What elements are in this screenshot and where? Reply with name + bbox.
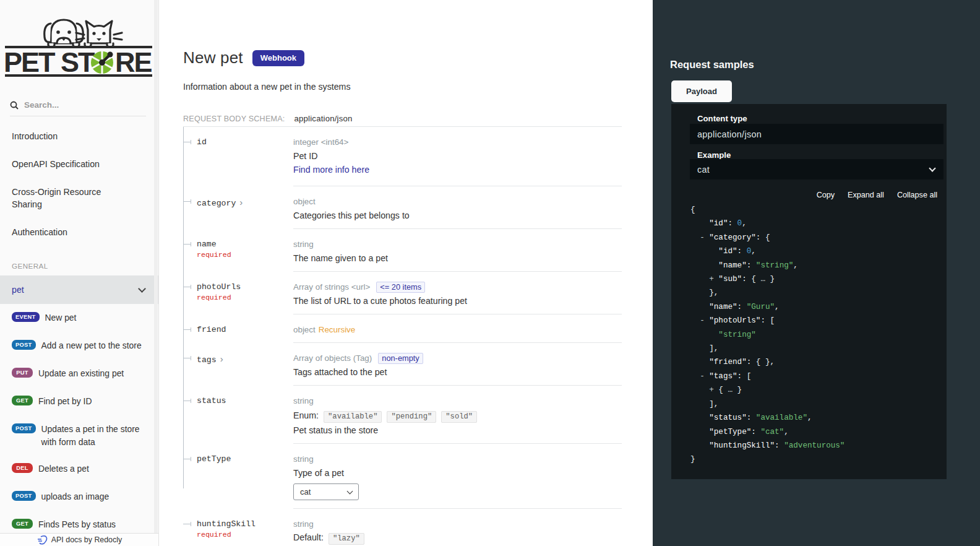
schema-table: id integer <int64> Pet ID Find more info…	[183, 127, 622, 546]
copy-button[interactable]: Copy	[817, 191, 835, 199]
schema-row-friend: friend objectRecursive	[183, 314, 622, 343]
request-samples-title: Request samples	[670, 59, 754, 71]
collapse-toggle-icon[interactable]: +	[709, 386, 718, 394]
sidebar-item-delete-pet[interactable]: DEL Deletes a pet	[0, 455, 158, 483]
field-name: name	[197, 240, 288, 249]
expand-field-icon[interactable]: ›	[239, 197, 243, 207]
operation-label: uploads an image	[41, 490, 110, 503]
code-line: },	[690, 286, 845, 300]
redocly-footer-link[interactable]: API docs by Redocly	[0, 533, 159, 546]
collapse-toggle-icon[interactable]: -	[700, 316, 709, 325]
code-line: }	[690, 453, 845, 466]
enum-value: "pending"	[387, 411, 436, 423]
operation-label: Finds Pets by status	[38, 518, 116, 531]
schema-row-pettype: petType string Type of a pet cat	[183, 444, 622, 509]
code-line: "string"	[690, 328, 845, 342]
field-name[interactable]: category	[197, 199, 236, 208]
method-badge-get: GET	[12, 396, 33, 405]
constraint-badge: <= 20 items	[376, 282, 425, 293]
sidebar-item-update-pet[interactable]: PUT Update an existing pet	[0, 360, 158, 388]
sidebar-scrollbar[interactable]	[154, 0, 158, 546]
sidebar-nav: Introduction OpenAPI Specification Cross…	[0, 123, 158, 539]
pettype-select[interactable]: cat	[293, 483, 359, 500]
sidebar-item-new-pet[interactable]: EVENT New pet	[0, 304, 158, 332]
schema-row-photourls: photoUrls required Array of strings <url…	[183, 272, 622, 314]
expand-field-icon[interactable]: ›	[220, 353, 223, 364]
field-description: Categories this pet belongs to	[293, 210, 622, 220]
request-body-schema-label: REQUEST BODY SCHEMA:	[183, 115, 285, 123]
content-type-label: Content type	[697, 114, 747, 123]
operation-label: New pet	[45, 311, 77, 324]
search-icon	[10, 101, 19, 110]
field-name: petType	[197, 454, 288, 464]
recursive-link[interactable]: Recursive	[319, 325, 356, 334]
operation-label: Add a new pet to the store	[41, 339, 142, 352]
enum-value: "available"	[324, 411, 382, 423]
method-badge-post: POST	[12, 340, 36, 350]
code-line: - "photoUrls": [	[690, 314, 845, 327]
field-type: string	[293, 240, 622, 249]
find-more-info-link[interactable]: Find more info here	[293, 165, 369, 175]
default-label: Default:	[293, 532, 324, 542]
operation-label: Updates a pet in the store with form dat…	[41, 423, 140, 449]
method-badge-get: GET	[12, 519, 33, 529]
code-line: {	[690, 203, 845, 217]
required-label: required	[197, 531, 288, 539]
field-description: Tags attached to the pet	[293, 367, 622, 377]
required-label: required	[197, 293, 288, 301]
method-badge-put: PUT	[12, 368, 33, 378]
field-type: object	[293, 197, 622, 206]
schema-row-status: status string Enum:"available""pending""…	[183, 386, 622, 444]
sidebar-item-add-pet[interactable]: POST Add a new pet to the store	[0, 332, 158, 360]
tab-payload[interactable]: Payload	[671, 80, 732, 102]
group-label: pet	[12, 285, 24, 295]
field-name[interactable]: tags	[197, 355, 217, 365]
chevron-down-icon	[929, 165, 935, 171]
webhook-badge: Webhook	[252, 50, 304, 66]
sidebar-item-introduction[interactable]: Introduction	[0, 123, 158, 150]
schema-row-huntingskill: huntingSkill required string Default:"la…	[183, 509, 622, 546]
sidebar-item-find-pet-by-id[interactable]: GET Find pet by ID	[0, 388, 158, 415]
sidebar-item-openapi-specification[interactable]: OpenAPI Specification	[0, 150, 158, 178]
required-label: required	[197, 251, 288, 259]
example-select[interactable]: cat	[690, 159, 943, 180]
method-badge-event: EVENT	[12, 312, 40, 322]
enum-label: Enum:	[293, 410, 319, 420]
collapse-toggle-icon[interactable]: -	[700, 233, 709, 242]
pettype-selected-value: cat	[300, 487, 311, 496]
code-line: ],	[690, 342, 845, 355]
expand-all-button[interactable]: Expand all	[848, 191, 884, 199]
search-bar	[10, 100, 146, 116]
example-selected-value: cat	[690, 165, 710, 175]
code-line: "id": 0,	[690, 217, 845, 230]
code-sample: { "id": 0, - "category": { "id": 0, "nam…	[690, 203, 845, 467]
sidebar-item-uploads-image[interactable]: POST uploads an image	[0, 483, 158, 511]
content-type-value: application/json	[294, 114, 353, 123]
collapse-toggle-icon[interactable]: +	[709, 275, 718, 284]
schema-row-tags: tags› Array of objects (Tag)non-empty Ta…	[183, 343, 622, 386]
collapse-all-button[interactable]: Collapse all	[897, 191, 937, 199]
code-line: "name": "string",	[690, 259, 845, 272]
collapse-toggle-icon[interactable]: -	[700, 372, 709, 381]
field-type: object	[293, 325, 316, 334]
field-description: The list of URL to a cute photos featuri…	[293, 296, 622, 306]
method-badge-del: DEL	[12, 463, 33, 473]
field-type: string	[293, 396, 622, 405]
search-input[interactable]	[24, 100, 129, 110]
field-name: photoUrls	[197, 282, 288, 292]
sidebar-item-authentication[interactable]: Authentication	[0, 219, 158, 246]
code-line: - "category": {	[690, 231, 845, 245]
schema-row-category: category› object Categories this pet bel…	[183, 186, 622, 229]
chevron-down-icon	[138, 285, 146, 293]
sidebar-item-cors[interactable]: Cross-Origin Resource Sharing	[0, 178, 142, 219]
sample-box: Content type application/json Example ca…	[671, 104, 947, 479]
sample-actions: Copy Expand all Collapse all	[817, 191, 937, 199]
field-type: string	[293, 454, 622, 464]
sidebar-item-update-pet-form-data[interactable]: POST Updates a pet in the store with for…	[0, 415, 158, 455]
field-type: Array of objects (Tag)	[293, 353, 372, 363]
operation-label: Update an existing pet	[38, 367, 124, 380]
code-line: + { … }	[690, 383, 845, 397]
field-type: string	[293, 519, 622, 529]
content-type-field-value: application/json	[690, 129, 762, 139]
sidebar-group-pet[interactable]: pet	[0, 275, 158, 304]
